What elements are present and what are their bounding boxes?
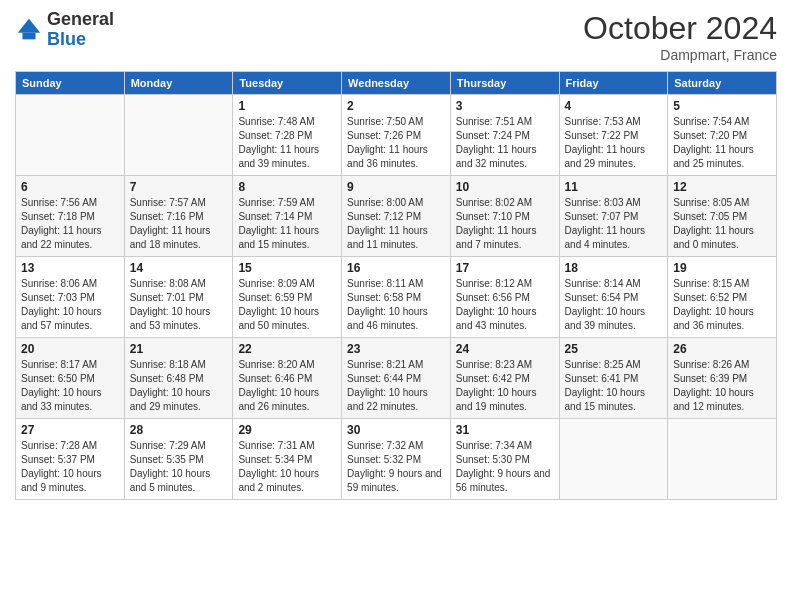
- day-info: Sunrise: 8:03 AM Sunset: 7:07 PM Dayligh…: [565, 196, 663, 252]
- svg-rect-1: [22, 33, 35, 40]
- day-number: 31: [456, 423, 554, 437]
- logo: General Blue: [15, 10, 114, 50]
- location-text: Dampmart, France: [583, 47, 777, 63]
- calendar-day-cell: 17Sunrise: 8:12 AM Sunset: 6:56 PM Dayli…: [450, 257, 559, 338]
- day-number: 15: [238, 261, 336, 275]
- day-info: Sunrise: 8:26 AM Sunset: 6:39 PM Dayligh…: [673, 358, 771, 414]
- calendar-day-cell: 20Sunrise: 8:17 AM Sunset: 6:50 PM Dayli…: [16, 338, 125, 419]
- day-info: Sunrise: 8:05 AM Sunset: 7:05 PM Dayligh…: [673, 196, 771, 252]
- day-info: Sunrise: 8:15 AM Sunset: 6:52 PM Dayligh…: [673, 277, 771, 333]
- calendar-day-cell: [559, 419, 668, 500]
- weekday-header: Sunday: [16, 72, 125, 95]
- weekday-header: Friday: [559, 72, 668, 95]
- day-number: 19: [673, 261, 771, 275]
- calendar-day-cell: 7Sunrise: 7:57 AM Sunset: 7:16 PM Daylig…: [124, 176, 233, 257]
- calendar-day-cell: 8Sunrise: 7:59 AM Sunset: 7:14 PM Daylig…: [233, 176, 342, 257]
- day-info: Sunrise: 8:18 AM Sunset: 6:48 PM Dayligh…: [130, 358, 228, 414]
- title-block: October 2024 Dampmart, France: [583, 10, 777, 63]
- day-number: 29: [238, 423, 336, 437]
- calendar-day-cell: 31Sunrise: 7:34 AM Sunset: 5:30 PM Dayli…: [450, 419, 559, 500]
- day-number: 18: [565, 261, 663, 275]
- day-number: 25: [565, 342, 663, 356]
- calendar-day-cell: 14Sunrise: 8:08 AM Sunset: 7:01 PM Dayli…: [124, 257, 233, 338]
- day-info: Sunrise: 8:25 AM Sunset: 6:41 PM Dayligh…: [565, 358, 663, 414]
- day-number: 2: [347, 99, 445, 113]
- calendar-day-cell: 5Sunrise: 7:54 AM Sunset: 7:20 PM Daylig…: [668, 95, 777, 176]
- day-info: Sunrise: 8:14 AM Sunset: 6:54 PM Dayligh…: [565, 277, 663, 333]
- calendar-day-cell: 10Sunrise: 8:02 AM Sunset: 7:10 PM Dayli…: [450, 176, 559, 257]
- calendar-day-cell: 24Sunrise: 8:23 AM Sunset: 6:42 PM Dayli…: [450, 338, 559, 419]
- day-info: Sunrise: 8:00 AM Sunset: 7:12 PM Dayligh…: [347, 196, 445, 252]
- calendar-day-cell: 1Sunrise: 7:48 AM Sunset: 7:28 PM Daylig…: [233, 95, 342, 176]
- calendar-day-cell: [16, 95, 125, 176]
- day-number: 6: [21, 180, 119, 194]
- day-number: 26: [673, 342, 771, 356]
- weekday-header: Monday: [124, 72, 233, 95]
- day-info: Sunrise: 7:50 AM Sunset: 7:26 PM Dayligh…: [347, 115, 445, 171]
- day-info: Sunrise: 8:06 AM Sunset: 7:03 PM Dayligh…: [21, 277, 119, 333]
- calendar-day-cell: 30Sunrise: 7:32 AM Sunset: 5:32 PM Dayli…: [342, 419, 451, 500]
- calendar-day-cell: 26Sunrise: 8:26 AM Sunset: 6:39 PM Dayli…: [668, 338, 777, 419]
- calendar-day-cell: 18Sunrise: 8:14 AM Sunset: 6:54 PM Dayli…: [559, 257, 668, 338]
- day-number: 9: [347, 180, 445, 194]
- day-info: Sunrise: 7:29 AM Sunset: 5:35 PM Dayligh…: [130, 439, 228, 495]
- day-info: Sunrise: 8:11 AM Sunset: 6:58 PM Dayligh…: [347, 277, 445, 333]
- day-info: Sunrise: 8:09 AM Sunset: 6:59 PM Dayligh…: [238, 277, 336, 333]
- calendar-table: SundayMondayTuesdayWednesdayThursdayFrid…: [15, 71, 777, 500]
- day-info: Sunrise: 7:53 AM Sunset: 7:22 PM Dayligh…: [565, 115, 663, 171]
- day-number: 20: [21, 342, 119, 356]
- day-number: 12: [673, 180, 771, 194]
- day-info: Sunrise: 7:31 AM Sunset: 5:34 PM Dayligh…: [238, 439, 336, 495]
- calendar-day-cell: 6Sunrise: 7:56 AM Sunset: 7:18 PM Daylig…: [16, 176, 125, 257]
- logo-blue-text: Blue: [47, 29, 86, 49]
- day-number: 14: [130, 261, 228, 275]
- day-number: 11: [565, 180, 663, 194]
- day-info: Sunrise: 7:57 AM Sunset: 7:16 PM Dayligh…: [130, 196, 228, 252]
- day-number: 8: [238, 180, 336, 194]
- calendar-day-cell: 15Sunrise: 8:09 AM Sunset: 6:59 PM Dayli…: [233, 257, 342, 338]
- calendar-day-cell: [668, 419, 777, 500]
- calendar-day-cell: 19Sunrise: 8:15 AM Sunset: 6:52 PM Dayli…: [668, 257, 777, 338]
- weekday-header: Thursday: [450, 72, 559, 95]
- month-title: October 2024: [583, 10, 777, 47]
- calendar-day-cell: 2Sunrise: 7:50 AM Sunset: 7:26 PM Daylig…: [342, 95, 451, 176]
- day-info: Sunrise: 8:20 AM Sunset: 6:46 PM Dayligh…: [238, 358, 336, 414]
- day-info: Sunrise: 7:48 AM Sunset: 7:28 PM Dayligh…: [238, 115, 336, 171]
- day-info: Sunrise: 7:51 AM Sunset: 7:24 PM Dayligh…: [456, 115, 554, 171]
- day-info: Sunrise: 7:32 AM Sunset: 5:32 PM Dayligh…: [347, 439, 445, 495]
- day-number: 1: [238, 99, 336, 113]
- calendar-day-cell: 13Sunrise: 8:06 AM Sunset: 7:03 PM Dayli…: [16, 257, 125, 338]
- day-info: Sunrise: 8:21 AM Sunset: 6:44 PM Dayligh…: [347, 358, 445, 414]
- calendar-day-cell: 11Sunrise: 8:03 AM Sunset: 7:07 PM Dayli…: [559, 176, 668, 257]
- day-info: Sunrise: 7:54 AM Sunset: 7:20 PM Dayligh…: [673, 115, 771, 171]
- calendar-week-row: 6Sunrise: 7:56 AM Sunset: 7:18 PM Daylig…: [16, 176, 777, 257]
- day-number: 30: [347, 423, 445, 437]
- day-number: 4: [565, 99, 663, 113]
- day-number: 17: [456, 261, 554, 275]
- day-info: Sunrise: 8:12 AM Sunset: 6:56 PM Dayligh…: [456, 277, 554, 333]
- calendar-day-cell: 21Sunrise: 8:18 AM Sunset: 6:48 PM Dayli…: [124, 338, 233, 419]
- day-number: 23: [347, 342, 445, 356]
- weekday-header: Tuesday: [233, 72, 342, 95]
- day-number: 16: [347, 261, 445, 275]
- day-number: 10: [456, 180, 554, 194]
- day-number: 24: [456, 342, 554, 356]
- calendar-day-cell: 25Sunrise: 8:25 AM Sunset: 6:41 PM Dayli…: [559, 338, 668, 419]
- calendar-day-cell: 22Sunrise: 8:20 AM Sunset: 6:46 PM Dayli…: [233, 338, 342, 419]
- logo-general-text: General: [47, 9, 114, 29]
- calendar-day-cell: 3Sunrise: 7:51 AM Sunset: 7:24 PM Daylig…: [450, 95, 559, 176]
- day-number: 7: [130, 180, 228, 194]
- calendar-week-row: 20Sunrise: 8:17 AM Sunset: 6:50 PM Dayli…: [16, 338, 777, 419]
- svg-marker-0: [18, 19, 40, 33]
- day-info: Sunrise: 8:17 AM Sunset: 6:50 PM Dayligh…: [21, 358, 119, 414]
- day-number: 27: [21, 423, 119, 437]
- day-info: Sunrise: 7:28 AM Sunset: 5:37 PM Dayligh…: [21, 439, 119, 495]
- calendar-day-cell: 12Sunrise: 8:05 AM Sunset: 7:05 PM Dayli…: [668, 176, 777, 257]
- day-number: 13: [21, 261, 119, 275]
- calendar-day-cell: 9Sunrise: 8:00 AM Sunset: 7:12 PM Daylig…: [342, 176, 451, 257]
- day-info: Sunrise: 8:02 AM Sunset: 7:10 PM Dayligh…: [456, 196, 554, 252]
- day-info: Sunrise: 8:23 AM Sunset: 6:42 PM Dayligh…: [456, 358, 554, 414]
- day-number: 21: [130, 342, 228, 356]
- calendar-week-row: 1Sunrise: 7:48 AM Sunset: 7:28 PM Daylig…: [16, 95, 777, 176]
- calendar-week-row: 27Sunrise: 7:28 AM Sunset: 5:37 PM Dayli…: [16, 419, 777, 500]
